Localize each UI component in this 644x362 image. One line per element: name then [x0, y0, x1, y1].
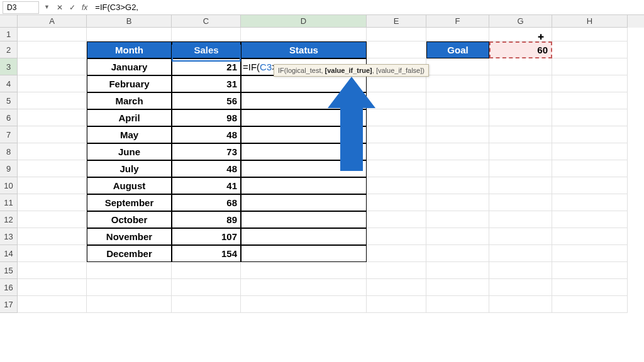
cell-H10[interactable] [552, 177, 628, 194]
cell-F13[interactable] [426, 228, 489, 245]
cell-E4[interactable] [367, 75, 426, 92]
row-header-10[interactable]: 10 [0, 177, 18, 194]
select-all-corner[interactable] [0, 15, 18, 28]
cell-C14[interactable]: 154 [172, 245, 241, 262]
cell-G4[interactable] [489, 75, 552, 92]
cell-H3[interactable] [552, 58, 628, 75]
cell-A12[interactable] [18, 211, 87, 228]
cell-B7[interactable]: May [87, 126, 172, 143]
cell-G13[interactable] [489, 228, 552, 245]
insert-function-icon[interactable]: fx [82, 3, 87, 12]
cell-E17[interactable] [367, 296, 426, 313]
cell-G12[interactable] [489, 211, 552, 228]
cell-F2[interactable]: Goal [426, 41, 489, 58]
cell-A15[interactable] [18, 262, 87, 279]
cell-A14[interactable] [18, 245, 87, 262]
cell-F12[interactable] [426, 211, 489, 228]
cell-A3[interactable] [18, 58, 87, 75]
cell-B13[interactable]: November [87, 228, 172, 245]
cell-E11[interactable] [367, 194, 426, 211]
cell-C11[interactable]: 68 [172, 194, 241, 211]
cell-F9[interactable] [426, 160, 489, 177]
cell-C15[interactable] [172, 262, 241, 279]
name-box-dropdown-icon[interactable]: ▼ [44, 4, 52, 11]
cell-H9[interactable] [552, 160, 628, 177]
cell-A17[interactable] [18, 296, 87, 313]
cell-B10[interactable]: August [87, 177, 172, 194]
cell-H11[interactable] [552, 194, 628, 211]
cell-C7[interactable]: 48 [172, 126, 241, 143]
col-header-b[interactable]: B [87, 15, 172, 28]
cell-H4[interactable] [552, 75, 628, 92]
cell-B11[interactable]: September [87, 194, 172, 211]
cell-D17[interactable] [241, 296, 367, 313]
cell-E7[interactable] [367, 126, 426, 143]
cell-B12[interactable]: October [87, 211, 172, 228]
cell-C2[interactable]: Sales [172, 41, 241, 58]
confirm-formula-icon[interactable]: ✓ [69, 3, 75, 12]
cell-G7[interactable] [489, 126, 552, 143]
cell-F17[interactable] [426, 296, 489, 313]
cell-F8[interactable] [426, 143, 489, 160]
cell-D8[interactable] [241, 143, 367, 160]
cell-C6[interactable]: 98 [172, 109, 241, 126]
cell-A2[interactable] [18, 41, 87, 58]
cell-C9[interactable]: 48 [172, 160, 241, 177]
cell-E2[interactable] [367, 41, 426, 58]
col-header-e[interactable]: E [367, 15, 426, 28]
cell-E13[interactable] [367, 228, 426, 245]
row-header-14[interactable]: 14 [0, 245, 18, 262]
cell-B17[interactable] [87, 296, 172, 313]
cell-A7[interactable] [18, 126, 87, 143]
cell-F10[interactable] [426, 177, 489, 194]
cell-E1[interactable] [367, 28, 426, 41]
cell-H8[interactable] [552, 143, 628, 160]
cell-C17[interactable] [172, 296, 241, 313]
cell-E6[interactable] [367, 109, 426, 126]
cell-H1[interactable] [552, 28, 628, 41]
cell-E16[interactable] [367, 279, 426, 296]
cell-B1[interactable] [87, 28, 172, 41]
cell-E8[interactable] [367, 143, 426, 160]
cell-F1[interactable] [426, 28, 489, 41]
cell-E5[interactable] [367, 92, 426, 109]
cell-G17[interactable] [489, 296, 552, 313]
row-header-3[interactable]: 3 [0, 58, 18, 75]
cell-H12[interactable] [552, 211, 628, 228]
cell-D7[interactable] [241, 126, 367, 143]
cell-D6[interactable] [241, 109, 367, 126]
cell-G2[interactable]: 60 [489, 41, 552, 58]
cell-G11[interactable] [489, 194, 552, 211]
row-header-15[interactable]: 15 [0, 262, 18, 279]
cell-B4[interactable]: February [87, 75, 172, 92]
cell-C16[interactable] [172, 279, 241, 296]
cell-B6[interactable]: April [87, 109, 172, 126]
cell-D4[interactable] [241, 75, 367, 92]
cell-A11[interactable] [18, 194, 87, 211]
row-header-2[interactable]: 2 [0, 41, 18, 58]
col-header-a[interactable]: A [18, 15, 87, 28]
cell-B2[interactable]: Month [87, 41, 172, 58]
cell-G16[interactable] [489, 279, 552, 296]
cell-G1[interactable] [489, 28, 552, 41]
cell-G8[interactable] [489, 143, 552, 160]
cell-G3[interactable] [489, 58, 552, 75]
row-header-8[interactable]: 8 [0, 143, 18, 160]
cell-A5[interactable] [18, 92, 87, 109]
cell-G10[interactable] [489, 177, 552, 194]
cell-F5[interactable] [426, 92, 489, 109]
row-header-13[interactable]: 13 [0, 228, 18, 245]
row-header-5[interactable]: 5 [0, 92, 18, 109]
col-header-g[interactable]: G [489, 15, 552, 28]
cell-F7[interactable] [426, 126, 489, 143]
cell-B16[interactable] [87, 279, 172, 296]
cell-C4[interactable]: 31 [172, 75, 241, 92]
cell-A13[interactable] [18, 228, 87, 245]
cell-A4[interactable] [18, 75, 87, 92]
cell-H17[interactable] [552, 296, 628, 313]
cell-D2[interactable]: Status [241, 41, 367, 58]
cell-A6[interactable] [18, 109, 87, 126]
row-header-6[interactable]: 6 [0, 109, 18, 126]
cell-B8[interactable]: June [87, 143, 172, 160]
cell-H14[interactable] [552, 245, 628, 262]
